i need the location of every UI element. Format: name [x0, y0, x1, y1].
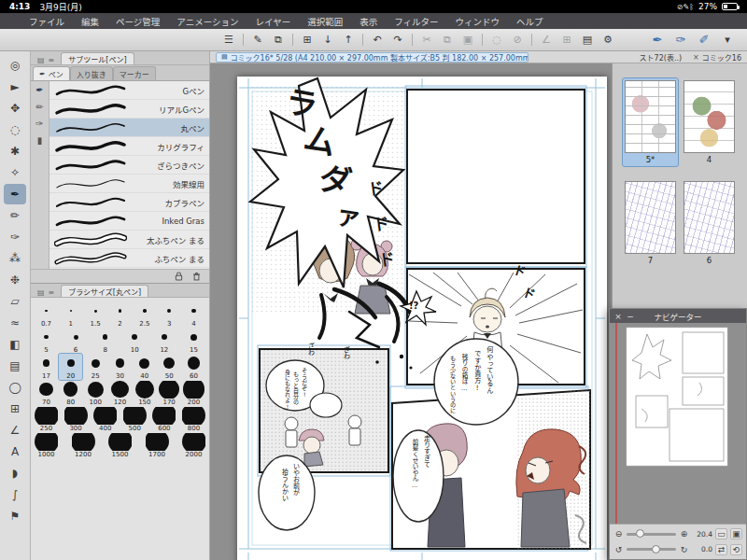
- panel-list-icon[interactable]: ▤: [35, 56, 47, 64]
- airbrush-tool[interactable]: ⁂: [4, 248, 26, 269]
- brush-size-600[interactable]: 600: [152, 406, 176, 432]
- line-correction-tool[interactable]: ∫: [4, 484, 26, 505]
- page-thumbnail-5[interactable]: 5*: [623, 78, 678, 166]
- balloon-tool[interactable]: ◗: [4, 463, 26, 483]
- brush-size-70[interactable]: 70: [35, 380, 58, 406]
- brush-size-250[interactable]: 250: [35, 406, 58, 432]
- navigator-slider[interactable]: [627, 548, 676, 551]
- menu-レイヤー[interactable]: レイヤー: [247, 15, 299, 28]
- brush-size-170[interactable]: 170: [158, 380, 181, 406]
- copy-icon[interactable]: ⧉: [438, 32, 457, 49]
- eyedropper-tool[interactable]: ✧: [4, 162, 26, 183]
- decoration-tool[interactable]: ❉: [4, 270, 26, 290]
- snap-grid-icon[interactable]: ⊞: [557, 32, 576, 49]
- fit-to-screen-button[interactable]: ▭: [715, 528, 727, 539]
- subtool-item[interactable]: 丸ペン: [49, 119, 209, 137]
- brush-size-20[interactable]: 20: [59, 354, 82, 380]
- tool-options-icon[interactable]: ▾: [718, 32, 737, 49]
- quick-marker-icon[interactable]: ✐: [695, 32, 713, 49]
- navigator-preview[interactable]: [610, 323, 746, 524]
- subtool-item[interactable]: ざらつきペン: [49, 156, 209, 175]
- document-tab[interactable]: ▤ コミック16* 5/28 (A4 210.00 × 297.00mm 製本サ…: [216, 52, 529, 63]
- page-thumbnail-4[interactable]: 4: [682, 78, 737, 166]
- auto-select-tool[interactable]: ✱: [4, 141, 26, 161]
- reset-view-button[interactable]: ⟲: [730, 544, 742, 555]
- undo-icon[interactable]: ↶: [368, 32, 387, 49]
- brush-size-120[interactable]: 120: [108, 380, 132, 406]
- eraser-tool[interactable]: ▱: [4, 291, 26, 312]
- quick-pen-icon[interactable]: ✒: [648, 32, 667, 49]
- panel-menu-icon[interactable]: ≡: [47, 288, 57, 297]
- menu-ページ管理[interactable]: ページ管理: [107, 15, 168, 28]
- fill-tool[interactable]: ◧: [4, 334, 26, 355]
- page-thumbnail-6[interactable]: 6: [682, 179, 737, 267]
- manga-page[interactable]: 何やっているんですか貴方!残りの箱は…もう少ないというのにそうだぞ!もっと自分の…: [237, 77, 607, 560]
- move-tool[interactable]: ✥: [4, 98, 26, 119]
- slider-knob[interactable]: [636, 529, 644, 538]
- panel-menu-icon[interactable]: ≡: [47, 56, 57, 64]
- brush-size-4[interactable]: 4: [182, 301, 205, 328]
- pencil-tool[interactable]: ✏: [4, 205, 26, 226]
- subtool-item[interactable]: カリグラフィ: [49, 137, 209, 156]
- lock-icon[interactable]: [174, 271, 184, 282]
- subtool-panel-title[interactable]: サブツール[ペン]: [61, 52, 134, 64]
- brush-size-400[interactable]: 400: [93, 406, 117, 432]
- flag-tool[interactable]: ⚑: [4, 506, 26, 526]
- brush-size-17[interactable]: 17: [35, 354, 58, 380]
- rotate-right-icon[interactable]: ↻: [679, 545, 689, 554]
- brush-size-300[interactable]: 300: [64, 406, 88, 432]
- tab-illust72[interactable]: スト72(表..): [640, 52, 683, 63]
- navigator-slider[interactable]: [627, 533, 676, 536]
- brush-size-100[interactable]: 100: [84, 380, 107, 406]
- brush-size-3[interactable]: 3: [158, 301, 181, 328]
- snap-ruler-icon[interactable]: ∠: [537, 32, 556, 49]
- zoom-tool[interactable]: ◎: [4, 55, 26, 76]
- brush-size-40[interactable]: 40: [133, 354, 156, 380]
- navigator-titlebar[interactable]: × − ナビゲーター: [610, 309, 746, 323]
- menu-編集[interactable]: 編集: [73, 15, 107, 28]
- brush-size-60[interactable]: 60: [182, 354, 205, 380]
- brush-size-8[interactable]: 8: [93, 328, 117, 354]
- menu-アニメーション[interactable]: アニメーション: [168, 15, 247, 28]
- trash-icon[interactable]: [191, 271, 202, 282]
- subtool-item[interactable]: リアルGペン: [49, 100, 209, 119]
- brush-size-1200[interactable]: 1200: [72, 432, 95, 458]
- brush-size-1700[interactable]: 1700: [146, 432, 169, 458]
- subtool-tab-マーカー[interactable]: マーカー: [113, 66, 156, 80]
- quick-brush-icon[interactable]: ✑: [671, 32, 690, 49]
- canvas-viewport[interactable]: 何やっているんですか貴方!残りの箱は…もう少ないというのにそうだぞ!もっと自分の…: [210, 63, 612, 560]
- brush-size-10[interactable]: 10: [123, 328, 147, 354]
- brush-size-6[interactable]: 6: [64, 328, 88, 354]
- deselect-icon[interactable]: ◌: [487, 32, 506, 49]
- brush-size-1000[interactable]: 1000: [35, 432, 58, 458]
- navigator-minimize-icon[interactable]: −: [625, 309, 636, 323]
- menu-表示[interactable]: 表示: [351, 15, 386, 28]
- brush-size-800[interactable]: 800: [182, 406, 205, 432]
- menu-ウィンドウ[interactable]: ウィンドウ: [447, 15, 509, 28]
- subtool-item[interactable]: Inked Gras: [49, 212, 209, 231]
- brush-size-500[interactable]: 500: [123, 406, 147, 432]
- export-icon[interactable]: ↑: [339, 32, 358, 49]
- brush-size-2[interactable]: 2: [108, 301, 132, 328]
- cut-icon[interactable]: ✂: [417, 32, 436, 49]
- brush-size-0.7[interactable]: 0.7: [35, 301, 58, 328]
- brush-size-50[interactable]: 50: [158, 354, 181, 380]
- brush-size-1.5[interactable]: 1.5: [84, 301, 107, 328]
- text-tool[interactable]: A: [4, 441, 26, 462]
- figure-tool[interactable]: ◯: [4, 377, 26, 398]
- subtool-item[interactable]: ふちペン まる: [49, 249, 209, 268]
- subtool-tab-入り抜き[interactable]: 入り抜き: [70, 66, 113, 80]
- brush-size-15[interactable]: 15: [182, 328, 205, 354]
- frame-border-tool[interactable]: ⊞: [4, 399, 26, 419]
- brush-size-2000[interactable]: 2000: [182, 432, 205, 458]
- brush-size-2.5[interactable]: 2.5: [133, 301, 156, 328]
- navigator-close-icon[interactable]: ×: [613, 309, 624, 323]
- brush-size-12[interactable]: 12: [152, 328, 176, 354]
- save-icon[interactable]: ↓: [318, 32, 337, 49]
- subtool-item[interactable]: Gペン: [49, 81, 209, 100]
- brush-size-1[interactable]: 1: [59, 301, 82, 328]
- ruler-tool[interactable]: ∠: [4, 420, 26, 441]
- zoom-out-icon[interactable]: ⊖: [613, 529, 624, 539]
- panel-list-icon[interactable]: ▤: [35, 288, 47, 297]
- brush-size-25[interactable]: 25: [84, 354, 107, 380]
